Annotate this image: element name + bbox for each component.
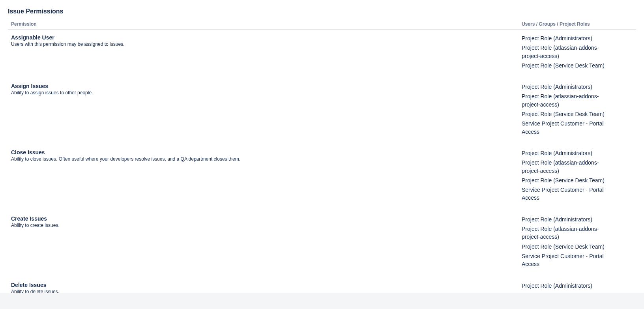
- role-item: Project Role (Service Desk Team): [522, 62, 608, 69]
- role-item: Project Role (atlassian-addons-project-a…: [522, 159, 608, 175]
- permission-cell: Close IssuesAbility to close issues. Oft…: [8, 144, 519, 211]
- permission-name: Create Issues: [11, 215, 515, 222]
- role-item: Project Role (Service Desk Team): [522, 176, 608, 184]
- permission-name: Assign Issues: [11, 83, 515, 89]
- permission-row: Delete IssuesAbility to delete issues.Pr…: [8, 277, 636, 293]
- permission-name: Delete Issues: [11, 282, 515, 288]
- role-item: Service Project Customer - Portal Access: [522, 120, 608, 136]
- role-item: Project Role (atlassian-addons-project-a…: [522, 92, 608, 109]
- role-item: Service Project Customer - Portal Access: [522, 186, 608, 202]
- permission-description: Users with this permission may be assign…: [11, 41, 515, 47]
- role-item: Project Role (Administrators): [522, 83, 608, 91]
- role-item: Project Role (Administrators): [522, 215, 608, 223]
- role-item: Project Role (Administrators): [522, 34, 608, 42]
- roles-cell: Project Role (Administrators)Project Rol…: [519, 30, 636, 79]
- permission-description: Ability to close issues. Often useful wh…: [11, 156, 515, 162]
- permission-cell: Delete IssuesAbility to delete issues.: [8, 277, 519, 293]
- role-item: Service Project Customer - Portal Access: [522, 252, 608, 268]
- section-title: Issue Permissions: [8, 8, 636, 15]
- permission-description: Ability to create issues.: [11, 223, 515, 228]
- permission-cell: Assign IssuesAbility to assign issues to…: [8, 78, 519, 144]
- permissions-table: Permission Users / Groups / Project Role…: [8, 19, 636, 293]
- roles-cell: Project Role (Administrators)Project Rol…: [519, 211, 636, 277]
- permission-row: Assign IssuesAbility to assign issues to…: [8, 78, 636, 144]
- permission-description: Ability to assign issues to other people…: [11, 90, 515, 96]
- roles-cell: Project Role (Administrators)Project Rol…: [519, 78, 636, 144]
- role-item: Project Role (Administrators): [522, 282, 608, 290]
- roles-cell: Project Role (Administrators)Project Rol…: [519, 144, 636, 211]
- permission-row: Assignable UserUsers with this permissio…: [8, 30, 636, 79]
- role-item: Project Role (atlassian-addons-project-a…: [522, 225, 608, 241]
- permission-row: Close IssuesAbility to close issues. Oft…: [8, 144, 636, 211]
- permission-cell: Create IssuesAbility to create issues.: [8, 211, 519, 277]
- role-item: Project Role (Administrators): [522, 149, 608, 157]
- bottom-bar: [0, 293, 644, 309]
- header-permission: Permission: [8, 19, 519, 30]
- permission-row: Create IssuesAbility to create issues.Pr…: [8, 211, 636, 277]
- role-item: Project Role (Service Desk Team): [522, 110, 608, 118]
- role-item: Project Role (atlassian-addons-project-a…: [522, 44, 608, 60]
- header-roles: Users / Groups / Project Roles: [519, 19, 636, 30]
- permission-name: Assignable User: [11, 34, 515, 41]
- roles-cell: Project Role (Administrators)Project Rol…: [519, 277, 636, 293]
- role-item: Project Role (Service Desk Team): [522, 243, 608, 251]
- permission-description: Ability to delete issues.: [11, 289, 515, 293]
- permission-cell: Assignable UserUsers with this permissio…: [8, 30, 519, 79]
- permission-name: Close Issues: [11, 149, 515, 155]
